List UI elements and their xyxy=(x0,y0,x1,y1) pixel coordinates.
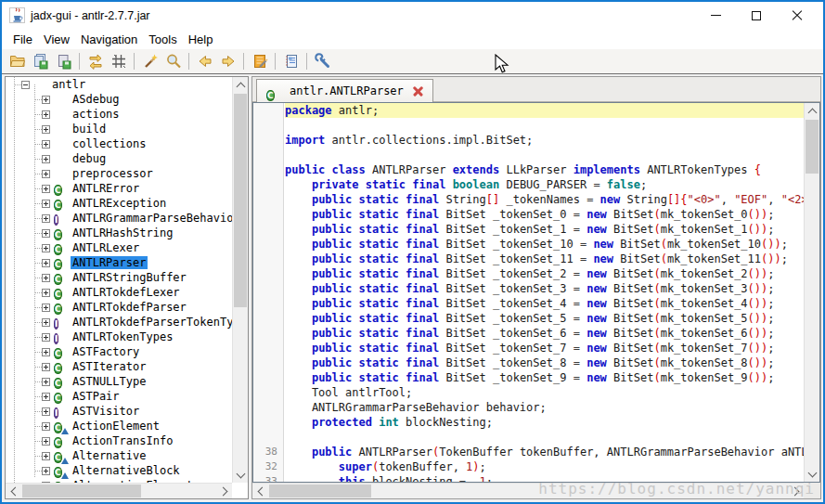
java-app-icon xyxy=(9,7,25,23)
menu-file[interactable]: File xyxy=(7,31,38,48)
tree-item-preprocessor[interactable]: preprocessor xyxy=(6,166,232,181)
close-button[interactable] xyxy=(777,2,818,29)
expand-icon[interactable] xyxy=(42,467,50,475)
expand-icon[interactable] xyxy=(42,185,50,193)
preferences-button[interactable] xyxy=(311,51,334,72)
log-viewer-button[interactable] xyxy=(248,51,271,72)
tree-item-antlrexception[interactable]: CANTLRException xyxy=(6,196,232,211)
export-button[interactable] xyxy=(52,51,75,72)
menu-help[interactable]: Help xyxy=(183,31,219,48)
tree-item-astnulltype[interactable]: CASTNULLType xyxy=(6,374,232,389)
tree-item-antlr[interactable]: antlr xyxy=(6,77,232,92)
magic-wand-button[interactable] xyxy=(138,51,161,72)
tree-item-collections[interactable]: collections xyxy=(6,136,232,151)
expand-icon[interactable] xyxy=(42,140,50,149)
tree-vscroll-thumb[interactable] xyxy=(234,94,247,307)
tree-item-antlrhashstring[interactable]: CANTLRHashString xyxy=(6,226,232,240)
expand-icon[interactable] xyxy=(42,378,50,386)
report-button[interactable] xyxy=(279,51,303,72)
tree-item-antlrstringbuffer[interactable]: CANTLRStringBuffer xyxy=(6,270,232,285)
code-horizontal-scrollbar[interactable] xyxy=(252,483,804,498)
preferences-icon xyxy=(315,53,331,70)
menu-tools[interactable]: Tools xyxy=(143,31,182,48)
tree-item-astpair[interactable]: CASTPair xyxy=(6,389,232,404)
reload-button[interactable] xyxy=(84,51,107,72)
expand-icon[interactable] xyxy=(42,422,50,431)
back-button[interactable] xyxy=(193,51,216,72)
line-number xyxy=(253,400,283,415)
tree-item-antlrlexer[interactable]: CANTLRLexer xyxy=(6,240,232,255)
tree-item-build[interactable]: build xyxy=(6,122,232,136)
tree-item-antlrtokdeflexer[interactable]: CANTLRTokdefLexer xyxy=(6,285,232,300)
expand-icon[interactable] xyxy=(42,452,50,460)
expand-icon[interactable] xyxy=(42,96,50,104)
scroll-down-button[interactable] xyxy=(233,467,249,483)
tree-item-astvisitor[interactable]: IASTVisitor xyxy=(6,404,232,419)
expand-icon[interactable] xyxy=(42,407,50,416)
title-bar[interactable]: jadx-gui - antlr-2.7.7.jar xyxy=(2,2,823,29)
menu-view[interactable]: View xyxy=(38,31,75,48)
expand-icon[interactable] xyxy=(42,333,50,342)
menu-navigation[interactable]: Navigation xyxy=(75,31,143,48)
code-hscroll-thumb[interactable] xyxy=(269,485,371,498)
expand-icon[interactable] xyxy=(42,229,50,238)
package-icon xyxy=(54,109,66,121)
tree-item-antlrtokentypes[interactable]: IANTLRTokenTypes xyxy=(6,330,232,344)
tree-item-debug[interactable]: debug xyxy=(6,151,232,166)
tree-item-antlrparser[interactable]: CANTLRParser xyxy=(6,255,232,270)
expand-icon[interactable] xyxy=(42,318,50,327)
tree-item-actions[interactable]: actions xyxy=(6,107,232,122)
tree-item-actionelement[interactable]: CActionElement xyxy=(6,419,232,433)
expand-icon[interactable] xyxy=(42,437,50,446)
expand-icon[interactable] xyxy=(42,363,50,371)
scroll-left-button[interactable] xyxy=(252,484,268,499)
expand-icon[interactable] xyxy=(42,110,50,119)
code-editor[interactable]: 383233 package antlr;import antlr.collec… xyxy=(252,102,820,483)
scroll-right-button[interactable] xyxy=(788,484,804,499)
tree-item-antlrtokdefparsertokentypes[interactable]: IANTLRTokdefParserTokenTypes xyxy=(6,315,232,330)
scroll-up-button[interactable] xyxy=(233,77,249,93)
code-area[interactable]: package antlr;import antlr.collections.i… xyxy=(285,103,804,482)
tree-item-antlrerror[interactable]: CANTLRError xyxy=(6,181,232,196)
tab-close-icon[interactable] xyxy=(413,86,423,97)
expand-icon[interactable] xyxy=(42,200,50,208)
tree-item-astiterator[interactable]: CASTIterator xyxy=(6,359,232,374)
expand-icon[interactable] xyxy=(42,214,50,223)
forward-button[interactable] xyxy=(216,51,239,72)
scroll-down-button[interactable] xyxy=(805,466,820,482)
expand-icon[interactable] xyxy=(42,259,50,267)
minimize-button[interactable] xyxy=(695,2,736,29)
open-file-button[interactable] xyxy=(6,51,29,72)
maximize-button[interactable] xyxy=(736,2,777,29)
tree-item-asdebug[interactable]: ASdebug xyxy=(6,92,232,107)
expand-icon[interactable] xyxy=(42,289,50,297)
expand-icon[interactable] xyxy=(42,304,50,312)
code-vscroll-thumb[interactable] xyxy=(806,120,819,174)
expand-icon[interactable] xyxy=(42,170,50,178)
tree-item-alternativeblock[interactable]: CAlternativeBlock xyxy=(6,463,232,478)
scroll-left-button[interactable] xyxy=(6,484,21,499)
tree-item-antlrtokdefparser[interactable]: CANTLRTokdefParser xyxy=(6,300,232,315)
collapse-icon[interactable] xyxy=(21,81,30,89)
tab-antlr-antlrparser[interactable]: C antlr.ANTLRParser xyxy=(256,79,433,102)
expand-icon[interactable] xyxy=(42,393,50,401)
tree-item-alternative[interactable]: CAlternative xyxy=(6,448,232,463)
tree-item-antlrgrammarparsebehavior[interactable]: IANTLRGrammarParseBehavior xyxy=(6,211,232,226)
search-button[interactable] xyxy=(161,51,185,72)
scroll-right-button[interactable] xyxy=(216,484,232,499)
scroll-up-button[interactable] xyxy=(805,103,820,119)
code-vertical-scrollbar[interactable] xyxy=(804,103,819,482)
expand-icon[interactable] xyxy=(42,244,50,252)
code-line: public static final BitSet _tokenSet_5 =… xyxy=(285,311,804,326)
save-all-button[interactable] xyxy=(29,51,52,72)
expand-icon[interactable] xyxy=(42,155,50,163)
tree-horizontal-scrollbar[interactable] xyxy=(6,483,232,498)
tree-item-astfactory[interactable]: CASTFactory xyxy=(6,344,232,359)
expand-icon[interactable] xyxy=(42,274,50,282)
expand-icon[interactable] xyxy=(42,125,50,134)
tree-vertical-scrollbar[interactable] xyxy=(232,77,248,483)
deobfuscation-button[interactable] xyxy=(107,51,130,72)
tree-item-actiontransinfo[interactable]: CActionTransInfo xyxy=(6,433,232,448)
tree-hscroll-thumb[interactable] xyxy=(22,485,141,498)
expand-icon[interactable] xyxy=(42,348,50,356)
